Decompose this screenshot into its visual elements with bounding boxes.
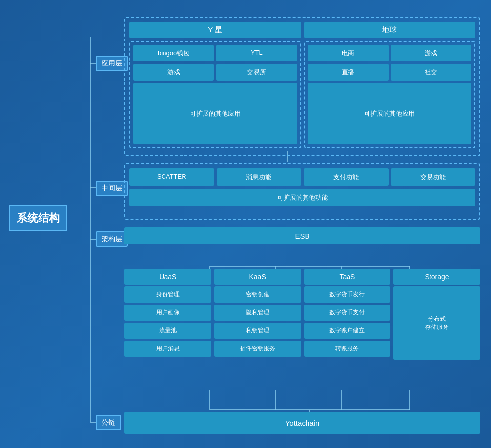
uaas-item0: 身份管理 — [124, 286, 211, 303]
scatter-box: SCATTER — [129, 168, 214, 186]
taas-header: TaaS — [304, 269, 391, 285]
bingoo-wallet: bingoo钱包 — [133, 45, 214, 61]
ystar-header: Y 星 — [129, 22, 301, 38]
earth-expandable: 可扩展的其他应用 — [308, 83, 472, 144]
earth-header: 地球 — [304, 22, 476, 38]
kaas-item1: 隐私管理 — [214, 305, 301, 321]
earth-social: 社交 — [391, 64, 471, 81]
kaas-item2: 私钥管理 — [214, 323, 301, 339]
ystar-game: 游戏 — [133, 64, 214, 81]
uaas-item3: 用户消息 — [124, 341, 211, 357]
earth-row1: 电商 游戏 — [308, 45, 472, 61]
app-columns: bingoo钱包 YTL 游戏 交易所 可扩展的其他应用 电商 游戏 直播 社交 — [129, 41, 475, 148]
uaas-item2: 流量池 — [124, 323, 211, 339]
middle-layer-section: SCATTER 消息功能 支付功能 交易功能 可扩展的其他功能 — [124, 163, 480, 220]
taas-item1: 数字货币支付 — [304, 305, 391, 321]
middle-expandable: 可扩展的其他功能 — [129, 189, 475, 206]
taas-item2: 数字账户建立 — [304, 323, 391, 339]
chain-section: Yottachain — [124, 412, 480, 437]
arch-layer-label: 架构层 — [96, 231, 128, 247]
earth-game: 游戏 — [391, 45, 471, 61]
arch-layer-section: ESB UaaS 身份管理 用户画像 流量池 用户消息 KaaS 密钥创建 隐私… — [124, 227, 480, 403]
earth-ecommerce: 电商 — [308, 45, 389, 61]
taas-column: TaaS 数字货币发行 数字货币支付 数字账户建立 转账服务 — [304, 269, 391, 360]
ystar-column: bingoo钱包 YTL 游戏 交易所 可扩展的其他应用 — [129, 41, 301, 148]
earth-live: 直播 — [308, 64, 389, 81]
app-col-headers: Y 星 地球 — [129, 22, 475, 38]
earth-row2: 直播 社交 — [308, 64, 472, 81]
taas-item3: 转账服务 — [304, 341, 391, 357]
yottachain-box: Yottachain — [124, 412, 480, 434]
storage-header: Storage — [393, 269, 480, 285]
uaas-column: UaaS 身份管理 用户画像 流量池 用户消息 — [124, 269, 211, 360]
uaas-header: UaaS — [124, 269, 211, 285]
uaas-item1: 用户画像 — [124, 305, 211, 321]
ystar-row1: bingoo钱包 YTL — [133, 45, 297, 61]
system-structure-label: 系统结构 — [9, 205, 67, 231]
kaas-column: KaaS 密钥创建 隐私管理 私钥管理 插件密钥服务 — [214, 269, 301, 360]
earth-column: 电商 游戏 直播 社交 可扩展的其他应用 — [304, 41, 476, 148]
trade-box: 交易功能 — [391, 168, 476, 186]
storage-column: Storage 分布式 存储服务 — [393, 269, 480, 360]
service-columns: UaaS 身份管理 用户画像 流量池 用户消息 KaaS 密钥创建 隐私管理 私… — [124, 269, 480, 360]
kaas-item3: 插件密钥服务 — [214, 341, 301, 357]
app-layer-label: 应用层 — [96, 56, 128, 71]
kaas-item0: 密钥创建 — [214, 286, 301, 303]
taas-item0: 数字货币发行 — [304, 286, 391, 303]
middle-items-row: SCATTER 消息功能 支付功能 交易功能 — [129, 168, 475, 186]
ytl: YTL — [216, 45, 297, 61]
kaas-header: KaaS — [214, 269, 301, 285]
chain-layer-label: 公链 — [96, 415, 121, 430]
message-box: 消息功能 — [217, 168, 302, 186]
storage-item0: 分布式 存储服务 — [393, 286, 480, 360]
payment-box: 支付功能 — [304, 168, 389, 186]
ystar-expandable: 可扩展的其他应用 — [133, 83, 297, 144]
middle-layer-label: 中间层 — [96, 181, 128, 196]
main-container: 系统结构 应用层 中间层 架构层 公链 Y 星 地球 bingoo钱包 YTL … — [0, 0, 491, 448]
esb-box: ESB — [124, 227, 480, 244]
app-layer-section: Y 星 地球 bingoo钱包 YTL 游戏 交易所 可扩展的其他应用 电商 — [124, 17, 480, 156]
ystar-exchange: 交易所 — [216, 64, 297, 81]
ystar-row2: 游戏 交易所 — [133, 64, 297, 81]
